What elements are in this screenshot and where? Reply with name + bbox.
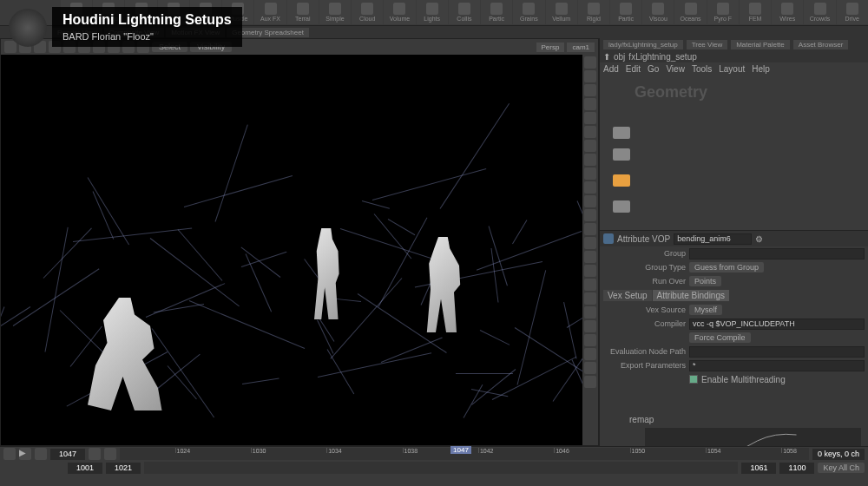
play-start[interactable]: 1021 xyxy=(106,463,141,474)
shelf-tool[interactable]: Lights xyxy=(417,0,448,24)
tick: 1058 xyxy=(781,448,797,453)
display-option[interactable] xyxy=(584,265,596,277)
group-input[interactable] xyxy=(689,248,865,259)
node[interactable] xyxy=(613,148,630,161)
menu-item[interactable]: Tools xyxy=(692,64,712,74)
shelf-tool[interactable]: Simple xyxy=(319,0,351,24)
shelf-tool[interactable]: Partic xyxy=(610,0,641,24)
shelf-tool[interactable]: Volume xyxy=(384,0,415,24)
vp-tool[interactable] xyxy=(4,41,16,53)
shelf-tool[interactable]: Pyro F xyxy=(707,0,739,24)
camera-dropdown[interactable]: cam1 xyxy=(567,43,595,52)
viewport-canvas[interactable] xyxy=(1,55,582,445)
ramp-curve[interactable] xyxy=(645,428,861,446)
export-input[interactable]: * xyxy=(689,360,865,371)
next-frame-button[interactable] xyxy=(104,448,116,460)
prev-frame-button[interactable] xyxy=(89,448,101,460)
path-tab[interactable]: lady/fxLightning_setup xyxy=(603,40,683,49)
display-option[interactable] xyxy=(584,70,596,82)
avatar xyxy=(9,9,47,47)
display-option[interactable] xyxy=(584,251,596,263)
grouptype-dropdown[interactable]: Guess from Group xyxy=(689,262,764,273)
path-seg[interactable]: fxLightning_setup xyxy=(628,52,696,62)
display-option[interactable] xyxy=(584,237,596,249)
menu-item[interactable]: Help xyxy=(752,64,770,74)
node[interactable] xyxy=(613,174,630,187)
multithread-checkbox[interactable] xyxy=(689,375,698,384)
display-option[interactable] xyxy=(584,306,596,319)
gear-icon[interactable]: ⚙ xyxy=(755,234,763,244)
shelf-tool[interactable]: Rigid xyxy=(578,0,609,24)
node-name-input[interactable]: bending_anim6 xyxy=(674,233,752,245)
display-option[interactable] xyxy=(584,126,596,138)
vexsource-dropdown[interactable]: Myself xyxy=(689,305,722,315)
frame-marker[interactable]: 1047 xyxy=(450,446,471,454)
next-key-button[interactable] xyxy=(35,448,47,460)
range-start[interactable]: 1001 xyxy=(68,463,102,474)
runover-dropdown[interactable]: Points xyxy=(689,276,721,286)
display-option[interactable] xyxy=(584,209,596,221)
shelf-tool[interactable]: Cloud xyxy=(352,0,383,24)
shelf-tool[interactable]: Collis xyxy=(449,0,480,24)
prev-key-button[interactable] xyxy=(3,448,16,460)
node[interactable] xyxy=(613,200,630,213)
display-option[interactable] xyxy=(584,140,596,152)
path-seg[interactable]: obj xyxy=(614,52,625,62)
shelf-tool[interactable]: Viscou xyxy=(642,0,674,24)
menu-item[interactable]: Edit xyxy=(626,64,641,74)
viewport: Select Visibility Persp cam1 xyxy=(0,38,599,446)
menu-item[interactable]: View xyxy=(666,64,685,74)
shelf-tool[interactable]: Grains xyxy=(513,0,544,24)
path-tab[interactable]: Material Palette xyxy=(731,40,790,49)
display-option[interactable] xyxy=(584,167,596,180)
compiler-input[interactable]: vcc -q $VOP_INCLUDEPATH xyxy=(689,319,865,330)
display-option[interactable] xyxy=(584,154,596,166)
menu-item[interactable]: Add xyxy=(603,64,619,74)
shelf-tool[interactable]: Drive xyxy=(837,0,868,24)
shelf-tool[interactable]: Partic xyxy=(481,0,512,24)
subtab[interactable]: Attribute Bindings xyxy=(653,290,729,301)
shelf-tool[interactable]: Vellum xyxy=(546,0,577,24)
display-option[interactable] xyxy=(584,195,596,207)
shelf-tool[interactable]: Oceans xyxy=(674,0,706,24)
play-button[interactable]: ▶ xyxy=(19,448,31,460)
shelf-tool[interactable]: Terrai xyxy=(287,0,319,24)
display-option[interactable] xyxy=(584,223,596,235)
shelf-tool[interactable]: Aux FX xyxy=(254,0,286,24)
menu-item[interactable]: Layout xyxy=(719,64,745,74)
shelf-tool[interactable]: FEM xyxy=(740,0,771,24)
display-option[interactable] xyxy=(584,362,596,374)
range-slider[interactable] xyxy=(144,462,738,474)
play-end[interactable]: 1061 xyxy=(741,463,776,474)
range-end[interactable]: 1100 xyxy=(779,463,814,474)
display-option[interactable] xyxy=(584,98,596,110)
display-option[interactable] xyxy=(584,181,596,194)
force-compile-button[interactable]: Force Compile xyxy=(689,332,751,343)
evalpath-input[interactable] xyxy=(689,346,865,358)
display-option[interactable] xyxy=(584,376,596,388)
tick: 1024 xyxy=(175,448,191,453)
key-all-button[interactable]: Key All Ch xyxy=(818,463,865,473)
persp-dropdown[interactable]: Persp xyxy=(536,43,565,52)
display-option[interactable] xyxy=(584,334,596,346)
display-option[interactable] xyxy=(584,348,596,360)
node[interactable] xyxy=(613,127,630,139)
display-option[interactable] xyxy=(584,320,596,332)
path-tab[interactable]: Tree View xyxy=(687,40,728,49)
display-option[interactable] xyxy=(584,279,596,291)
display-option[interactable] xyxy=(584,112,596,124)
display-option[interactable] xyxy=(584,56,596,69)
timeline-ruler[interactable]: 1047 10241030103410381042104610501054105… xyxy=(120,448,809,460)
current-frame[interactable]: 1047 xyxy=(50,449,85,460)
menu-item[interactable]: Go xyxy=(648,64,659,74)
shelf-tool[interactable]: Crowds xyxy=(804,0,835,24)
path-bar[interactable]: ⬆ obj fxLightning_setup xyxy=(600,50,868,62)
display-option[interactable] xyxy=(584,292,596,305)
figure-walking xyxy=(418,237,470,332)
display-option[interactable] xyxy=(584,84,596,96)
network-view[interactable]: Geometry xyxy=(600,75,868,231)
subtab[interactable]: Vex Setup xyxy=(603,290,652,301)
path-tab[interactable]: Asset Browser xyxy=(793,40,849,49)
path-up-icon[interactable]: ⬆ xyxy=(603,52,610,62)
shelf-tool[interactable]: Wires xyxy=(772,0,803,24)
